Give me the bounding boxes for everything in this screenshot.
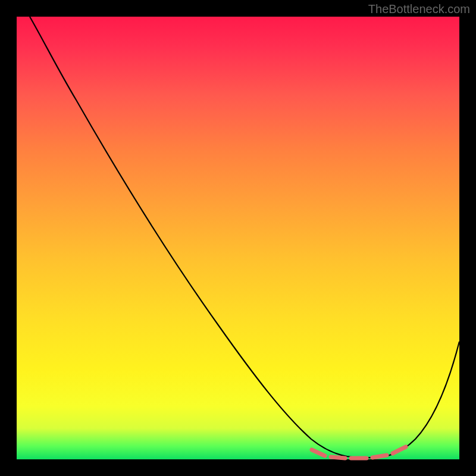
watermark-text: TheBottleneck.com: [368, 2, 470, 16]
bottleneck-curve: [30, 17, 459, 458]
chart-plot-area: [17, 17, 459, 459]
chart-svg: [17, 17, 459, 459]
dash-4: [372, 455, 387, 458]
dash-5: [393, 447, 406, 453]
dash-1: [312, 450, 325, 456]
dash-2: [331, 457, 345, 458]
